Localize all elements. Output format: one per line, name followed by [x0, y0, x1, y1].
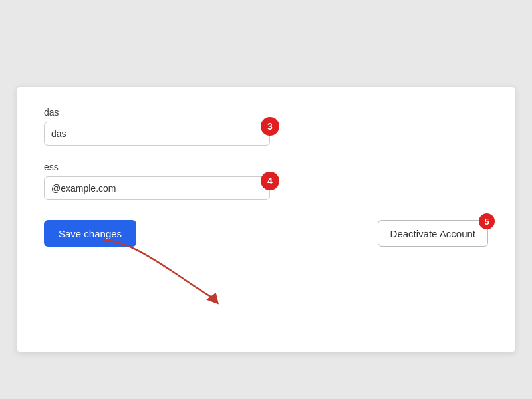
field-2-label: ess — [44, 162, 270, 172]
field-2-input[interactable] — [44, 176, 270, 200]
field-group-1: das 3 — [44, 107, 270, 146]
field-group-2: ess 4 — [44, 162, 270, 200]
badge-5: 5 — [479, 213, 495, 229]
field-1-label: das — [44, 107, 270, 118]
svg-marker-33 — [206, 290, 222, 304]
badge-4: 4 — [261, 172, 279, 190]
deactivate-button[interactable]: Deactivate Account — [378, 220, 488, 247]
badge-3: 3 — [261, 117, 279, 136]
field-1-input[interactable] — [44, 122, 270, 146]
save-button[interactable]: Save changes — [44, 220, 136, 247]
buttons-row: Save changes Deactivate Account 5 — [44, 220, 488, 247]
panel: das 3 ess 4 Save changes Deactivate Acco… — [17, 86, 515, 352]
canvas: das 3 ess 4 Save changes Deactivate Acco… — [0, 0, 532, 399]
